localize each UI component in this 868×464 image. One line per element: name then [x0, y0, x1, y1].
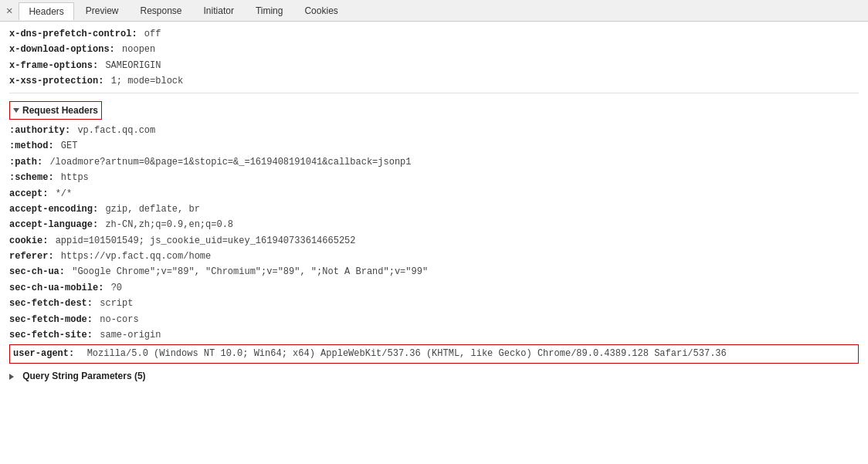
expand-arrow-icon: [9, 374, 14, 380]
header-value: same-origin: [100, 327, 161, 343]
header-value: https://vp.fact.qq.com/home: [61, 249, 211, 264]
tab-preview[interactable]: Preview: [76, 2, 129, 19]
header-key: accept-encoding:: [9, 202, 98, 217]
header-value: gzip, deflate, br: [105, 202, 199, 217]
header-row: sec-ch-ua: "Google Chrome";v="89", "Chro…: [9, 264, 859, 279]
header-row: x-download-options: noopen: [9, 42, 859, 57]
response-headers-partial: x-dns-prefetch-control: off x-download-o…: [9, 26, 859, 90]
header-row: :scheme: https: [9, 170, 859, 185]
header-key: x-dns-prefetch-control:: [9, 26, 137, 42]
header-value: noopen: [122, 42, 155, 57]
header-row: sec-fetch-mode: no-cors: [9, 312, 859, 327]
header-key: sec-ch-ua-mobile:: [9, 280, 103, 296]
request-headers-title[interactable]: Request Headers: [9, 101, 102, 120]
headers-content: x-dns-prefetch-control: off x-download-o…: [0, 22, 868, 389]
header-row: sec-fetch-dest: script: [9, 296, 859, 311]
tab-headers[interactable]: Headers: [19, 2, 73, 20]
header-key: :scheme:: [9, 170, 54, 185]
header-key: x-frame-options:: [9, 58, 98, 73]
header-row: sec-ch-ua-mobile: ?0: [9, 280, 859, 296]
header-value: GET: [61, 138, 78, 154]
header-row: :authority: vp.fact.qq.com: [9, 123, 859, 138]
header-row: :path: /loadmore?artnum=0&page=1&stopic=…: [9, 154, 859, 170]
header-row: referer: https://vp.fact.qq.com/home: [9, 249, 859, 264]
header-key: cookie:: [9, 233, 48, 249]
header-value: zh-CN,zh;q=0.9,en;q=0.8: [105, 217, 233, 232]
query-string-section[interactable]: Query String Parameters (5): [9, 368, 859, 384]
header-value: https: [61, 170, 89, 185]
header-row: accept-encoding: gzip, deflate, br: [9, 202, 859, 217]
header-key: referer:: [9, 249, 54, 264]
header-value: script: [100, 296, 133, 311]
header-value: vp.fact.qq.com: [77, 123, 155, 138]
tab-bar: ✕ Headers Preview Response Initiator Tim…: [0, 0, 868, 22]
header-key: x-download-options:: [9, 42, 115, 57]
header-value: appid=101501549; js_cookie_uid=ukey_1619…: [56, 233, 356, 249]
header-row: :method: GET: [9, 138, 859, 154]
request-headers-label: Request Headers: [22, 103, 98, 118]
header-row: cookie: appid=101501549; js_cookie_uid=u…: [9, 233, 859, 249]
header-key: accept-language:: [9, 217, 98, 232]
header-value: */*: [56, 186, 73, 202]
header-value: off: [144, 26, 161, 42]
header-key: sec-fetch-dest:: [9, 296, 93, 311]
tab-response[interactable]: Response: [130, 2, 192, 19]
header-row: accept-language: zh-CN,zh;q=0.9,en;q=0.8: [9, 217, 859, 232]
collapse-arrow-icon: [13, 108, 19, 113]
header-key: :authority:: [9, 123, 70, 138]
request-headers-list: :authority: vp.fact.qq.com :method: GET …: [9, 123, 859, 364]
header-key: accept:: [9, 186, 48, 202]
header-key: user-agent:: [13, 348, 74, 359]
header-key: :method:: [9, 138, 54, 154]
header-value: SAMEORIGIN: [105, 58, 161, 73]
header-key: sec-ch-ua:: [9, 264, 65, 279]
header-key: sec-fetch-site:: [9, 327, 93, 343]
request-headers-section: Request Headers :authority: vp.fact.qq.c…: [9, 97, 859, 364]
header-row: x-xss-protection: 1; mode=block: [9, 73, 859, 89]
header-row: x-frame-options: SAMEORIGIN: [9, 58, 859, 73]
header-value: /loadmore?artnum=0&page=1&stopic=&_=1619…: [49, 154, 411, 170]
tab-initiator[interactable]: Initiator: [194, 2, 244, 19]
header-value: Mozilla/5.0 (Windows NT 10.0; Win64; x64…: [87, 348, 727, 359]
header-key: x-xss-protection:: [9, 73, 103, 89]
tab-cookies[interactable]: Cookies: [294, 2, 348, 19]
header-value: 1; mode=block: [111, 73, 184, 89]
devtools-panel: ✕ Headers Preview Response Initiator Tim…: [0, 0, 868, 389]
tab-timing[interactable]: Timing: [246, 2, 293, 19]
query-section-label: Query String Parameters (5): [22, 371, 145, 381]
header-row: accept: */*: [9, 186, 859, 202]
header-value: "Google Chrome";v="89", "Chromium";v="89…: [72, 264, 428, 279]
header-value: no-cors: [100, 312, 138, 327]
close-icon[interactable]: ✕: [6, 4, 12, 17]
header-key: sec-fetch-mode:: [9, 312, 93, 327]
header-key: :path:: [9, 154, 42, 170]
user-agent-highlighted-row: user-agent: Mozilla/5.0 (Windows NT 10.0…: [9, 344, 859, 363]
header-value: ?0: [111, 280, 122, 296]
header-row: sec-fetch-site: same-origin: [9, 327, 859, 343]
header-row: x-dns-prefetch-control: off: [9, 26, 859, 42]
